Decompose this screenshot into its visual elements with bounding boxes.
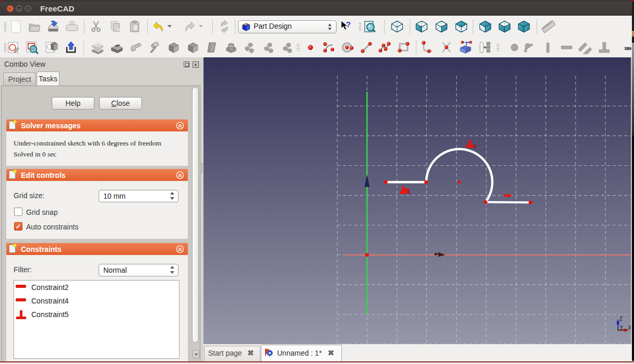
svg-text:?: ?	[346, 20, 351, 29]
svg-text:5: 5	[474, 143, 477, 150]
svg-text:5: 5	[408, 189, 411, 195]
svg-text:Y: Y	[620, 325, 624, 331]
svg-text:Z: Z	[619, 316, 623, 322]
